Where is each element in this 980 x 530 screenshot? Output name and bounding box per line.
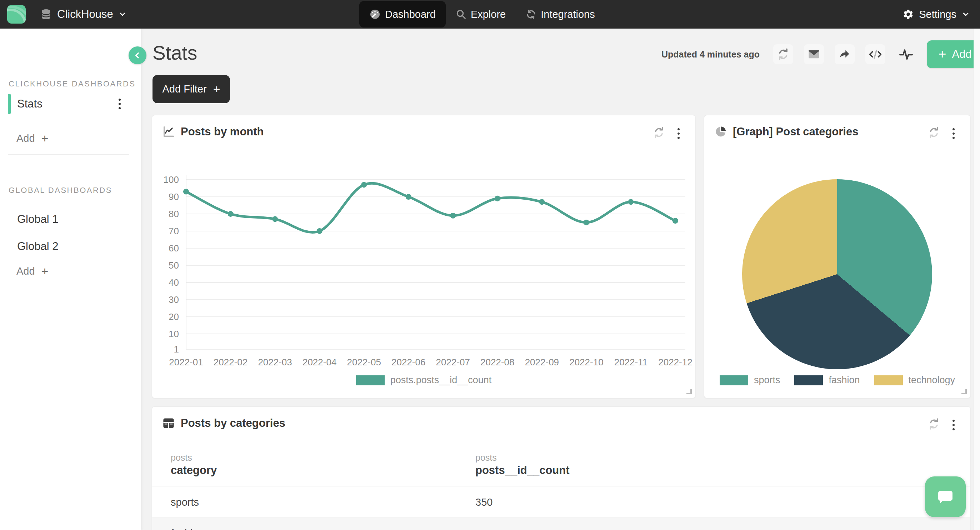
x-tick-label: 2022-03 (258, 357, 292, 368)
tab-integrations[interactable]: Integrations (516, 0, 605, 29)
data-point (317, 228, 323, 234)
legend-item[interactable]: fashion (794, 375, 860, 386)
x-tick-label: 2022-10 (569, 357, 603, 368)
dashboard-gauge-icon (369, 9, 381, 20)
sidebar: CLICKHOUSE DASHBOARDS Stats Add + GLOBAL… (0, 29, 142, 530)
add-label: Add (16, 132, 35, 144)
add-filter-button[interactable]: Add Filter + (153, 75, 230, 103)
settings-menu[interactable]: Settings (902, 0, 970, 29)
tab-dashboard[interactable]: Dashboard (359, 1, 446, 27)
brand-label: ClickHouse (57, 8, 113, 21)
refresh-icon (928, 417, 940, 430)
legend-label: posts.posts__id__count (390, 375, 492, 386)
email-button[interactable] (804, 44, 824, 64)
card-resize-handle[interactable] (961, 389, 967, 394)
page-title: Stats (153, 41, 197, 64)
refresh-button[interactable] (773, 44, 793, 64)
sidebar-add-dashboard-button[interactable]: Add + (16, 132, 48, 144)
cell-category: fashion (171, 518, 204, 530)
legend-label: fashion (829, 375, 860, 386)
updated-timestamp: Updated 4 minutes ago (662, 49, 760, 60)
column-group-label: posts (476, 452, 497, 463)
sync-icon (526, 9, 536, 20)
legend-swatch (720, 376, 748, 385)
card-title-text: Posts by categories (181, 417, 285, 430)
page-scrollbar[interactable] (974, 29, 980, 530)
table-icon (162, 417, 175, 430)
share-button[interactable] (835, 44, 854, 64)
topbar: ClickHouse Dashboard Explore (0, 0, 980, 29)
legend-item[interactable]: sports (720, 375, 780, 386)
sidebar-item-global-2[interactable]: Global 2 (0, 236, 142, 256)
add-label: Add (16, 265, 35, 277)
tab-explore-label: Explore (471, 9, 506, 21)
cell-category: sports (171, 486, 199, 518)
y-tick-label: 100 (164, 174, 179, 185)
card-post-categories: [Graph] Post categories sportsfashiontec… (704, 115, 971, 398)
activity-icon (899, 47, 913, 62)
y-tick-label: 90 (169, 191, 179, 202)
tab-explore[interactable]: Explore (446, 0, 516, 29)
plus-icon: + (213, 83, 220, 95)
x-tick-label: 2022-07 (436, 357, 470, 368)
sidebar-section-global-title: GLOBAL DASHBOARDS (9, 186, 112, 195)
legend-item[interactable]: posts.posts__id__count (356, 375, 492, 386)
add-widget-label: Add (952, 48, 972, 61)
legend-label: sports (754, 375, 780, 386)
table-body: sports350fashion329 (152, 486, 970, 530)
data-point (539, 199, 545, 205)
card-posts-by-categories-header: Posts by categories (162, 417, 285, 430)
legend-swatch (874, 376, 903, 385)
kebab-menu-icon[interactable] (116, 96, 123, 111)
y-tick-label: 60 (169, 243, 179, 253)
data-point (673, 218, 678, 224)
card-kebab-menu[interactable] (950, 127, 958, 140)
sidebar-item-stats[interactable]: Stats (0, 94, 142, 114)
chat-widget-button[interactable] (925, 476, 966, 517)
chevron-down-icon (118, 10, 127, 19)
refresh-icon (928, 126, 940, 139)
line-series (186, 183, 675, 232)
gear-icon (902, 9, 914, 20)
database-selector[interactable]: ClickHouse (40, 0, 127, 29)
data-point (495, 196, 500, 201)
x-tick-label: 2022-05 (347, 357, 381, 368)
embed-code-button[interactable] (865, 44, 885, 64)
cell-count: 350 (476, 486, 493, 518)
table-row: fashion329 (152, 517, 970, 530)
y-tick-label: 70 (169, 226, 179, 236)
cell-count: 329 (476, 518, 493, 530)
sidebar-item-global-1[interactable]: Global 1 (0, 209, 142, 229)
y-tick-label: 20 (169, 312, 179, 322)
card-resize-handle[interactable] (686, 389, 692, 394)
card-post-categories-header: [Graph] Post categories (714, 125, 858, 138)
card-refresh-button[interactable] (928, 417, 940, 430)
tab-dashboard-label: Dashboard (385, 9, 436, 21)
x-tick-label: 2022-12 (658, 357, 692, 368)
y-tick-label: 30 (169, 294, 179, 305)
legend-item[interactable]: technology (874, 375, 955, 386)
active-indicator (8, 94, 11, 114)
x-tick-label: 2022-11 (614, 357, 648, 368)
app-logo[interactable] (7, 5, 26, 24)
sidebar-collapse-button[interactable] (129, 46, 146, 64)
x-tick-label: 2022-04 (302, 357, 336, 368)
y-tick-label: 10 (169, 329, 179, 339)
data-point (361, 182, 367, 188)
add-widget-button[interactable]: + Add (927, 40, 980, 68)
line-chart-svg: 10090807060504030201012022-012022-022022… (152, 115, 696, 372)
sidebar-add-global-dashboard-button[interactable]: Add + (16, 265, 48, 277)
email-icon (808, 48, 820, 61)
embed-code-icon (869, 48, 882, 61)
sidebar-item-global-2-label: Global 2 (17, 240, 58, 253)
chat-bubble-icon (935, 486, 956, 507)
plus-icon: + (938, 47, 946, 61)
add-filter-label: Add Filter (162, 83, 207, 95)
plus-icon: + (41, 132, 49, 144)
card-refresh-button[interactable] (928, 126, 940, 139)
activity-button[interactable] (896, 44, 916, 64)
legend-swatch (794, 376, 823, 385)
pie-chart (742, 179, 932, 369)
card-kebab-menu[interactable] (950, 418, 958, 432)
main-nav: Dashboard Explore Integrations (359, 0, 605, 29)
